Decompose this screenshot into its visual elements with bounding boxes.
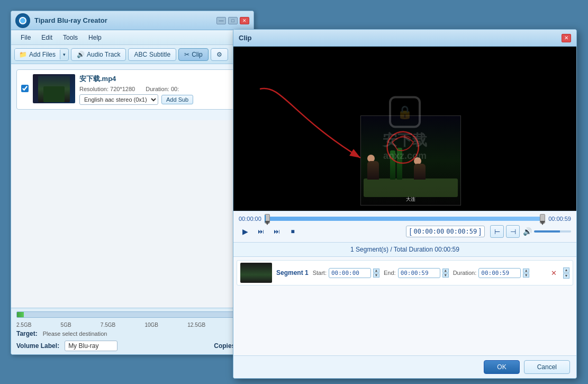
- volume-group: 🔊: [523, 227, 571, 236]
- segment-scroll-up[interactable]: ▲: [563, 267, 569, 273]
- watermark-text: 安下载: [383, 130, 427, 150]
- clip-button[interactable]: ✂ Clip: [178, 48, 209, 61]
- segment-start-up[interactable]: ▲: [373, 269, 379, 273]
- minimize-button[interactable]: —: [216, 17, 226, 24]
- ok-button[interactable]: OK: [484, 360, 519, 374]
- segment-duration-down[interactable]: ▼: [523, 273, 529, 278]
- app-title: Tipard Blu-ray Creator: [34, 16, 216, 24]
- segment-start-group: Start: ▲ ▼: [313, 268, 379, 278]
- play-button[interactable]: ▶: [239, 225, 251, 238]
- cut-end-button[interactable]: ⊣: [506, 225, 520, 238]
- storage-bar: [16, 311, 248, 318]
- menu-file[interactable]: File: [15, 32, 36, 43]
- subtitle-icon: ABC: [134, 51, 147, 58]
- mark-out-button[interactable]: ]: [479, 227, 481, 236]
- seg-thumb-img: [240, 263, 272, 283]
- mark-in-button[interactable]: [: [410, 227, 412, 236]
- subtitle-label: Subtitle: [149, 51, 170, 58]
- segment-thumbnail: [240, 263, 272, 283]
- segment-delete-button[interactable]: ✕: [549, 269, 558, 277]
- menu-help[interactable]: Help: [83, 32, 107, 43]
- app-content: 安下载.mp4 Resolution: 720*1280 Duration: 0…: [11, 64, 254, 120]
- timeline-end: 00:00:59: [548, 216, 571, 222]
- add-subtitle-button[interactable]: Add Sub: [161, 95, 193, 104]
- timeline-row: 00:00:00 00:00:59: [239, 216, 571, 222]
- step-forward-button[interactable]: ⏭: [255, 225, 267, 238]
- controls-row: ▶ ⏭ ⏭ ■ [ 00:00:00 00:00:59 ] ⊢ ⊣ 🔊: [239, 225, 571, 238]
- watermark: 🔒 安下载 anxz.com: [383, 96, 427, 162]
- time-display-group: [ 00:00:00 00:00:59 ]: [406, 226, 485, 237]
- file-name: 安下载.mp4: [79, 74, 243, 84]
- segment-duration-spinner: ▲ ▼: [523, 269, 529, 278]
- segment-duration-input[interactable]: [478, 268, 521, 278]
- add-files-button[interactable]: 📁 Add Files: [15, 49, 60, 60]
- audio-track-select[interactable]: English aac stereo (0x1): [79, 94, 158, 105]
- file-thumbnail: [33, 74, 75, 103]
- end-time: 00:00:59: [446, 228, 477, 235]
- timeline-start: 00:00:00: [239, 216, 261, 222]
- storage-track: [16, 311, 248, 318]
- segment-duration-up[interactable]: ▲: [523, 269, 529, 273]
- current-time: 00:00:00: [414, 228, 445, 235]
- watermark-sub: anxz.com: [383, 150, 427, 162]
- watermark-icon: 🔒: [389, 96, 421, 128]
- volume-slider[interactable]: [534, 230, 571, 233]
- segment-end-up[interactable]: ▲: [442, 269, 449, 273]
- maximize-button[interactable]: □: [228, 17, 238, 24]
- storage-labels: 2.5GB 5GB 7.5GB 10GB 12.5GB 15GB: [16, 322, 248, 330]
- segment-start-down[interactable]: ▼: [373, 273, 379, 278]
- stop-button[interactable]: ■: [286, 225, 299, 238]
- thumb-scene: [33, 74, 75, 103]
- cut-start-button[interactable]: ⊢: [490, 225, 504, 238]
- target-label: Target:: [16, 330, 38, 337]
- audio-track-label: Audio Track: [87, 51, 120, 58]
- segment-start-spinner: ▲ ▼: [373, 269, 379, 278]
- segment-duration-label: Duration:: [453, 270, 477, 276]
- segment-scroll: ▲ ▼: [563, 267, 569, 279]
- segment-header: 1 Segment(s) / Total Duration 00:00:59: [233, 242, 576, 257]
- volume-input[interactable]: [65, 341, 117, 351]
- video-preview: 大连 🔒 安下载 anxz.com: [233, 47, 576, 211]
- segment-scroll-down[interactable]: ▼: [563, 273, 569, 279]
- add-files-label: Add Files: [29, 51, 56, 58]
- marker-triangle-left: [265, 221, 270, 225]
- close-button[interactable]: ✕: [240, 17, 249, 24]
- file-info: 安下载.mp4 Resolution: 720*1280 Duration: 0…: [79, 74, 243, 105]
- add-files-group: 📁 Add Files ▾: [14, 48, 69, 61]
- app-logo-inner: [19, 17, 26, 24]
- timeline-track[interactable]: [265, 217, 545, 221]
- app-logo: [15, 13, 30, 28]
- audio-track-icon: 🔊: [77, 51, 85, 58]
- segment-end-input[interactable]: [398, 268, 440, 278]
- file-checkbox[interactable]: [21, 85, 29, 92]
- menu-edit[interactable]: Edit: [36, 32, 58, 43]
- segment-summary: 1 Segment(s) / Total Duration 00:00:59: [350, 246, 459, 253]
- menu-tools[interactable]: Tools: [58, 32, 83, 43]
- app-bottom: 2.5GB 5GB 7.5GB 10GB 12.5GB 15GB Target:…: [11, 308, 254, 354]
- audio-track-button[interactable]: 🔊 Audio Track: [71, 48, 126, 61]
- clip-close-button[interactable]: ✕: [562, 34, 571, 42]
- segment-end-spinner: ▲ ▼: [442, 269, 449, 278]
- add-files-icon: 📁: [19, 51, 27, 58]
- file-meta: Resolution: 720*1280 Duration: 00:: [79, 86, 243, 92]
- storage-label-4: 10GB: [144, 322, 158, 328]
- segment-end-down[interactable]: ▼: [442, 273, 449, 278]
- storage-label-3: 7.5GB: [101, 322, 115, 328]
- segment-label: Segment 1: [276, 269, 309, 276]
- resolution-label: Resolution: 720*1280: [79, 86, 135, 92]
- file-item: 安下载.mp4 Resolution: 720*1280 Duration: 0…: [17, 70, 248, 109]
- clip-label: Clip: [192, 51, 203, 58]
- settings-button[interactable]: ⚙: [211, 48, 228, 61]
- subtitle-button[interactable]: ABC Subtitle: [128, 48, 176, 61]
- segment-start-label: Start:: [313, 270, 327, 276]
- timeline-area: 00:00:00 00:00:59 ▶ ⏭ ⏭ ■: [233, 211, 576, 242]
- app-menubar: File Edit Tools Help: [11, 30, 254, 45]
- frame-step-button[interactable]: ⏭: [270, 225, 283, 238]
- bottom-fields-2: Volume Label: Copies: 1: [16, 341, 248, 351]
- clip-body: 大连 🔒 安下载 anxz.com: [233, 47, 576, 378]
- clip-dialog: Clip ✕: [233, 29, 577, 379]
- segment-start-input[interactable]: [329, 268, 371, 278]
- add-files-dropdown-arrow[interactable]: ▾: [60, 50, 68, 59]
- segment-end-group: End: ▲ ▼: [384, 268, 449, 278]
- cancel-button[interactable]: Cancel: [524, 360, 570, 374]
